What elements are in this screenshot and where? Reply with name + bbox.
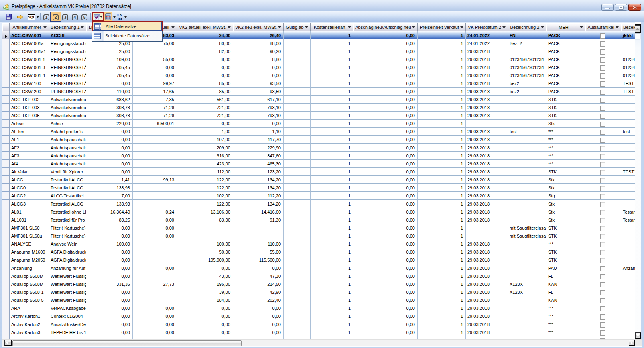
svg-text:00: 00 <box>118 17 122 21</box>
